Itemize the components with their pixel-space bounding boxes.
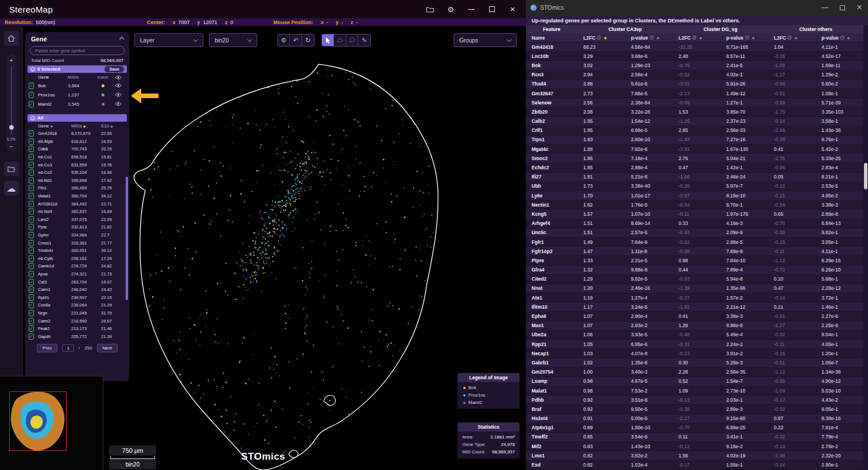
maximize-button[interactable] <box>486 3 498 15</box>
gene-checkbox[interactable]: ✓ <box>29 146 34 152</box>
groups-dropdown[interactable]: Groups <box>454 33 517 47</box>
de-table-row[interactable]: Gm326472.737.86e-5-2.131.49e-12-0.611.08… <box>526 89 863 98</box>
de-column-header[interactable]: L2FC?◆ <box>578 33 625 42</box>
selected-gene-row[interactable]: ✓Prox1os1,237 <box>25 90 129 99</box>
de-column-header[interactable]: Name <box>526 33 578 42</box>
de-table-row[interactable]: Cited21.299.82e-5-0.935.94e-80.105.88e-1 <box>526 275 863 284</box>
de-table-row[interactable]: Ifi271.815.21e-8-1.662.46e-240.058.21e-1 <box>526 173 863 182</box>
de-table-row[interactable]: Bok3.021.29e-23-0.762.41e-5-1.091.69e-11 <box>526 61 863 70</box>
sort-icon[interactable]: ◆ <box>795 36 797 40</box>
zoom-slider-thumb[interactable] <box>9 125 14 130</box>
de-table-row[interactable]: Ly6e1.701.01e-17-0.678.19e-10-0.214.95e-… <box>526 191 863 200</box>
minimize-button[interactable] <box>465 3 478 15</box>
de-column-header[interactable]: p-value?◆ <box>720 33 768 42</box>
gene-list-row[interactable]: ✓Tmsb4x300,65130.12 <box>25 247 129 255</box>
de-table-row[interactable]: Echdc21.852.88e-40.471.42e-1-0.962.83e-4 <box>526 163 863 172</box>
prev-page-button[interactable]: Prev <box>37 344 57 352</box>
collapse-chevron-icon[interactable] <box>119 37 124 41</box>
de-table-row[interactable]: Fgfr1op21.471.11e-9-0.687.69e-9-0.114.11… <box>526 247 863 256</box>
gene-list-row[interactable]: ✓mt-Cytb295,16117.24 <box>25 255 129 263</box>
gene-checkbox[interactable]: ✓ <box>29 138 34 145</box>
de-table-row[interactable]: Zbtb202.083.22e-281.533.85e-70-1.753.35e… <box>526 107 863 116</box>
settings-gear-icon[interactable]: ⚙ <box>444 3 457 15</box>
de-table-row[interactable]: Gfra41.329.88e-80.447.89e-4-0.726.26e-10 <box>526 266 863 275</box>
lasso-select-tool[interactable] <box>346 34 358 46</box>
gene-list-row[interactable]: ✓Rpl41239,59720.15 <box>25 293 129 301</box>
gene-checkbox[interactable]: ✓ <box>29 279 34 285</box>
gene-checkbox[interactable]: ✓ <box>29 169 34 176</box>
de-table-row[interactable]: Trps11.932.60e-10-1.437.27e-16-0.086.75e… <box>526 135 863 145</box>
gene-checkbox[interactable]: ✓ <box>29 154 34 160</box>
gene-list-row[interactable]: ✓Ppia332,81321.82 <box>25 223 129 231</box>
de-table-row[interactable]: Malat10.987.53e-21.092.73e-10-1.095.03e-… <box>526 386 863 395</box>
de-table-row[interactable]: Mgat4c1.887.82e-6-3.911.67e-1300.415.42e… <box>526 145 863 154</box>
de-table-row[interactable]: Gabrb11.021.35e-60.305.28e-3-0.511.06e-7 <box>526 358 863 367</box>
collapse-circle-icon[interactable]: ⌄ <box>30 116 35 121</box>
gene-list-scrollbar[interactable] <box>126 177 128 300</box>
canvas-settings-gear-icon[interactable]: ⚙ <box>278 34 290 46</box>
minimize-button[interactable] <box>816 0 834 15</box>
help-icon[interactable]: ? <box>745 36 749 40</box>
canvas-area[interactable]: + 6.2% − ☁ Gene Total MID Count 98,569,9… <box>0 26 526 470</box>
gene-checkbox[interactable]: ✓ <box>29 255 34 262</box>
all-section-header[interactable]: ⌄ All <box>28 114 127 122</box>
de-table-row[interactable]: Ubb1.733.38e-40-0.265.97e-7-0.222.53e-5 <box>526 182 863 191</box>
zoom-in-button[interactable]: + <box>9 57 13 64</box>
help-icon[interactable]: ? <box>840 36 844 40</box>
minimap[interactable] <box>0 376 103 470</box>
gene-list-row[interactable]: ✓mt-Nd1395,89817.42 <box>25 177 129 185</box>
open-folder-icon[interactable] <box>424 3 436 15</box>
de-column-header[interactable]: p-value?◆ <box>625 33 673 42</box>
home-button[interactable] <box>4 31 19 46</box>
de-column-header[interactable]: L2FC?◆ <box>673 33 720 42</box>
collapse-circle-icon[interactable]: ⌄ <box>30 67 35 72</box>
close-button[interactable]: × <box>851 0 868 15</box>
de-table-row[interactable]: Arhgef41.518.69e-140.334.16e-3-0.706.64e… <box>526 219 863 228</box>
gene-checkbox[interactable]: ✓ <box>29 193 34 199</box>
gene-checkbox[interactable]: ✓ <box>29 216 34 223</box>
gene-checkbox[interactable]: ✓ <box>29 208 34 215</box>
de-table-row[interactable]: Epha61.072.90e-40.413.38e-3-0.612.27e-6 <box>526 312 863 321</box>
de-table-row[interactable]: Smoc21.867.18e-42.755.04e-21-2.755.33e-2… <box>526 154 863 163</box>
gene-checkbox[interactable]: ✓ <box>29 201 34 207</box>
gene-checkbox[interactable]: ✓ <box>29 130 34 137</box>
gene-list-row[interactable]: ✓Malat1380,70434.12 <box>25 192 129 200</box>
de-table-row[interactable]: Mas11.072.93e-21.268.98e-8-1.272.25e-9 <box>526 321 863 331</box>
gene-list-row[interactable]: ✓mt-Co2535,10416.96 <box>25 169 129 177</box>
de-table-row[interactable]: Ate11.191.27e-4-0.371.57e-2-0.143.72e-1 <box>526 293 863 302</box>
gene-list-row[interactable]: ✓AY036118364,49222.71 <box>25 200 129 208</box>
sort-icon[interactable]: ◆ <box>604 36 607 40</box>
de-table-row[interactable]: Kcng51.571.07e-10-0.111.97e-1750.652.88e… <box>526 209 863 219</box>
gene-list-row[interactable]: ✓Fth1390,45925.79 <box>25 184 129 192</box>
sort-icon[interactable]: ◆ <box>847 36 850 40</box>
gene-list-row[interactable]: ✓mt-Nd4362,83716.69 <box>25 208 129 216</box>
undo-icon[interactable]: ↶ <box>290 34 302 46</box>
de-table-row[interactable]: Lmo10.823.82e-21.564.02e-19-1.482.32e-20 <box>526 451 863 460</box>
gene-list-row[interactable]: ✓Calm2218,59026.07 <box>25 317 129 325</box>
selected-section-header[interactable]: ⌄ 3 Selected Save <box>28 65 127 73</box>
zoom-out-button[interactable]: − <box>9 143 13 150</box>
minimap-viewport-rect[interactable] <box>9 391 67 451</box>
de-table-row[interactable]: Ube2a1.063.93e-5-0.485.49e-4-0.029.04e-1 <box>526 331 863 340</box>
de-table-row[interactable]: Necap11.034.07e-8-0.233.91e-2-0.161.20e-… <box>526 349 863 358</box>
visibility-eye-icon[interactable] <box>113 83 124 88</box>
next-page-button[interactable]: Next <box>97 344 118 352</box>
visibility-all-eye-icon[interactable] <box>113 75 124 80</box>
visibility-eye-icon[interactable] <box>113 92 124 97</box>
gene-checkbox[interactable]: ✓ <box>29 92 34 98</box>
selected-gene-row[interactable]: ✓Bok3,664 <box>25 81 129 90</box>
gene-search-input[interactable] <box>30 46 125 55</box>
zoom-slider[interactable] <box>11 67 12 134</box>
maximize-button[interactable] <box>834 0 851 15</box>
sort-icon[interactable]: ◆ <box>752 36 755 40</box>
gene-list-row[interactable]: ✓Cdk8700,74320.29 <box>25 145 129 153</box>
gene-list-row[interactable]: ✓Apoe274,32121.73 <box>25 270 129 278</box>
gene-list-row[interactable]: ✓mt-Atp6816,81216.53 <box>25 138 129 146</box>
gene-checkbox[interactable]: ✓ <box>29 302 34 308</box>
col-mids-sort[interactable]: MIDs◆ <box>71 123 101 129</box>
save-button[interactable]: Save <box>104 66 124 72</box>
sort-icon[interactable]: ◆ <box>657 36 660 40</box>
de-table-row[interactable]: Gm207541.003.40e-32.262.56e-35-2.121.34e… <box>526 368 863 377</box>
gene-checkbox[interactable]: ✓ <box>29 240 34 246</box>
gene-list-row[interactable]: ✓Gphn324,98422.7 <box>25 231 129 239</box>
